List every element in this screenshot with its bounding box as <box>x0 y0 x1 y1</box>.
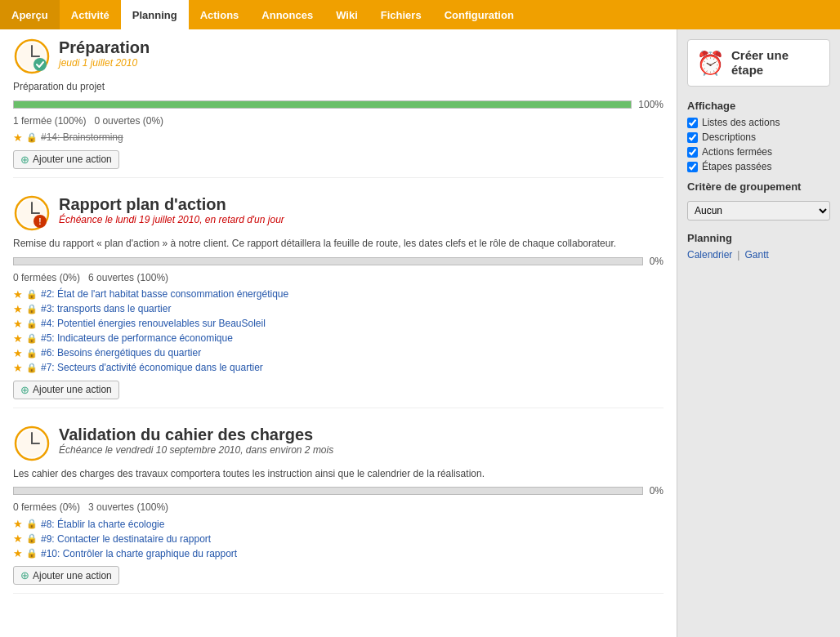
lock-icon: 🔒 <box>26 548 38 559</box>
action-item: ★ 🔒 #7: Secteurs d'activité économique d… <box>13 362 664 374</box>
groupement-section: Critère de groupement Aucun <box>687 180 830 220</box>
svg-point-4 <box>34 58 47 71</box>
stage-icon-preparation <box>13 38 51 75</box>
star-icon: ★ <box>13 303 23 315</box>
separator: | <box>737 249 739 261</box>
stage-date-preparation: jeudi 1 juillet 2010 <box>59 57 150 69</box>
sidebar: ⏰ Créer uneétape Affichage Listes des ac… <box>677 29 840 637</box>
checkbox-descriptions-input[interactable] <box>687 132 698 143</box>
action-link[interactable]: #9: Contacter le destinataire du rapport <box>41 533 211 545</box>
stage-preparation: Préparation jeudi 1 juillet 2010 Prépara… <box>13 38 664 178</box>
star-icon: ★ <box>13 288 23 301</box>
lock-icon: 🔒 <box>26 363 38 373</box>
nav-item-apercu[interactable]: Aperçu <box>0 0 60 29</box>
add-icon: ⊕ <box>20 569 29 581</box>
stage-description-preparation: Préparation du projet <box>13 80 664 94</box>
add-action-button-preparation[interactable]: ⊕ Ajouter une action <box>13 150 119 169</box>
action-item: ★ 🔒 #6: Besoins énergétiques du quartier <box>13 347 664 359</box>
progress-label-preparation: 100% <box>638 99 664 110</box>
planning-title: Planning <box>687 232 830 244</box>
progress-bar-preparation <box>13 100 632 109</box>
calendrier-link[interactable]: Calendrier <box>687 249 732 261</box>
stats-preparation: 1 fermée (100%) 0 ouvertes (0%) <box>13 115 664 127</box>
create-stage-label: Créer uneétape <box>731 48 789 78</box>
checkbox-fermees: Actions fermées <box>687 146 830 158</box>
action-link[interactable]: #5: Indicateurs de performance économiqu… <box>41 332 233 344</box>
action-item: ★ 🔒 #5: Indicateurs de performance écono… <box>13 332 664 345</box>
star-icon: ★ <box>13 362 23 374</box>
checkbox-passees-input[interactable] <box>687 162 698 172</box>
action-item: ★ 🔒 #8: Établir la charte écologie <box>13 518 664 530</box>
checkbox-fermees-label: Actions fermées <box>702 146 772 158</box>
stage-icon-validation <box>13 425 51 462</box>
checkbox-descriptions-label: Descriptions <box>702 131 756 143</box>
stage-title-rapport: Rapport plan d'action <box>59 194 284 214</box>
action-link[interactable]: #2: État de l'art habitat basse consomma… <box>41 288 288 300</box>
lock-icon: 🔒 <box>26 289 38 300</box>
groupement-title: Critère de groupement <box>687 180 830 193</box>
checkbox-listes-input[interactable] <box>687 118 698 128</box>
action-list-rapport: ★ 🔒 #2: État de l'art habitat basse cons… <box>13 288 664 374</box>
star-icon: ★ <box>13 518 23 530</box>
gantt-link[interactable]: Gantt <box>744 249 768 261</box>
stage-description-validation: Les cahier des charges des travaux compo… <box>13 467 664 481</box>
checkbox-passees-label: Étapes passées <box>702 161 771 172</box>
progress-label-rapport: 0% <box>650 256 664 267</box>
nav-item-annonces[interactable]: Annonces <box>250 0 324 29</box>
checkbox-listes: Listes des actions <box>687 117 830 128</box>
svg-text:!: ! <box>38 217 41 226</box>
add-icon: ⊕ <box>20 384 29 396</box>
action-link[interactable]: #6: Besoins énergétiques du quartier <box>41 347 201 359</box>
stage-icon-rapport: ! <box>13 194 51 232</box>
create-stage-button[interactable]: ⏰ Créer uneétape <box>687 39 830 87</box>
nav-item-wiki[interactable]: Wiki <box>324 0 369 29</box>
add-icon: ⊕ <box>20 154 29 166</box>
lock-icon: 🔒 <box>26 533 38 544</box>
action-link[interactable]: #10: Contrôler la charte graphique du ra… <box>41 548 237 559</box>
stage-date-rapport: Échéance le lundi 19 juillet 2010, en re… <box>59 214 284 225</box>
add-action-button-rapport[interactable]: ⊕ Ajouter une action <box>13 381 119 399</box>
checkbox-descriptions: Descriptions <box>687 131 830 143</box>
stage-validation: Validation du cahier des charges Échéanc… <box>13 425 664 595</box>
action-link[interactable]: #14: Brainstorming <box>41 131 123 143</box>
action-item: ★ 🔒 #10: Contrôler la charte graphique d… <box>13 547 664 559</box>
star-icon: ★ <box>13 347 23 359</box>
action-item: ★ 🔒 #2: État de l'art habitat basse cons… <box>13 288 664 301</box>
action-list-validation: ★ 🔒 #8: Établir la charte écologie ★ 🔒 #… <box>13 518 664 559</box>
action-link[interactable]: #4: Potentiel énergies renouvelables sur… <box>41 318 266 329</box>
stage-description-rapport: Remise du rapport « plan d'action » à no… <box>13 237 664 251</box>
checkbox-fermees-input[interactable] <box>687 147 698 158</box>
checkbox-listes-label: Listes des actions <box>702 117 780 128</box>
stage-date-validation: Échéance le vendredi 10 septembre 2010, … <box>59 444 333 456</box>
create-stage-icon: ⏰ <box>696 50 725 77</box>
action-item: ★ 🔒 #3: transports dans le quartier <box>13 303 664 315</box>
progress-bar-validation <box>13 487 643 495</box>
stage-rapport: ! Rapport plan d'action Échéance le lund… <box>13 194 664 408</box>
stage-title-validation: Validation du cahier des charges <box>59 425 333 444</box>
stats-validation: 0 fermées (0%) 3 ouvertes (100%) <box>13 501 664 513</box>
action-link[interactable]: #3: transports dans le quartier <box>41 303 171 314</box>
star-icon: ★ <box>13 532 23 545</box>
planning-links: Calendrier | Gantt <box>687 249 830 261</box>
nav-item-configuration[interactable]: Configuration <box>433 0 525 29</box>
action-link[interactable]: #7: Secteurs d'activité économique dans … <box>41 362 263 373</box>
stats-rapport: 0 fermées (0%) 6 ouvertes (100%) <box>13 272 664 283</box>
checkbox-passees: Étapes passées <box>687 161 830 172</box>
add-action-button-validation[interactable]: ⊕ Ajouter une action <box>13 566 119 585</box>
nav-item-planning[interactable]: Planning <box>121 0 189 29</box>
nav-item-fichiers[interactable]: Fichiers <box>369 0 433 29</box>
action-item: ★ 🔒 #9: Contacter le destinataire du rap… <box>13 532 664 545</box>
lock-icon: 🔒 <box>26 519 38 529</box>
action-link[interactable]: #8: Établir la charte écologie <box>41 519 164 530</box>
lock-icon: 🔒 <box>26 348 38 359</box>
nav-item-actions[interactable]: Actions <box>189 0 251 29</box>
star-icon: ★ <box>13 131 23 144</box>
groupement-select[interactable]: Aucun <box>687 201 830 220</box>
lock-icon: 🔒 <box>26 318 38 329</box>
progress-bar-rapport <box>13 257 643 265</box>
nav-item-activite[interactable]: Activité <box>60 0 121 29</box>
stage-title-preparation: Préparation <box>59 38 150 57</box>
action-list-preparation: ★ 🔒 #14: Brainstorming <box>13 131 664 144</box>
star-icon: ★ <box>13 547 23 559</box>
action-item: ★ 🔒 #14: Brainstorming <box>13 131 664 144</box>
